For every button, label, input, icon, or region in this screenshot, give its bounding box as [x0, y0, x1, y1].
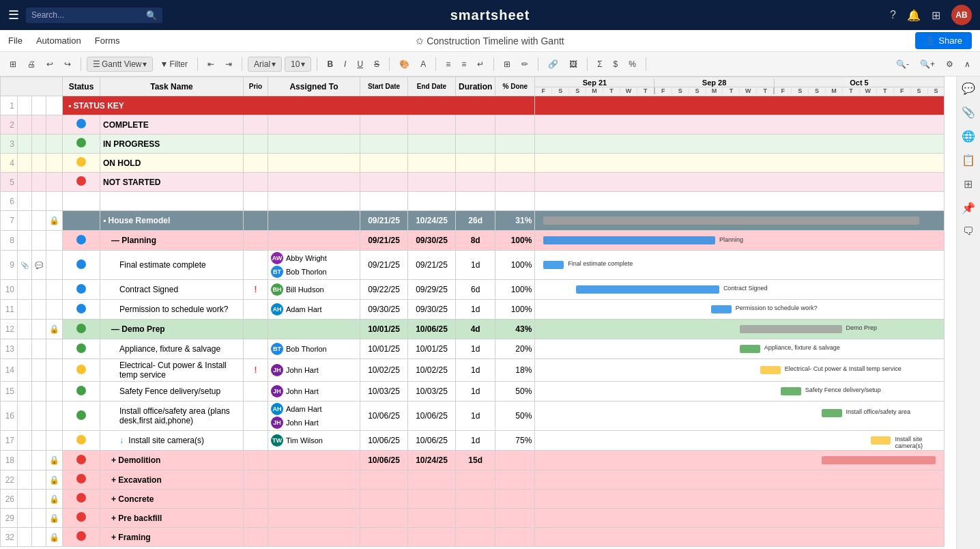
right-panel-attach-icon[interactable]: 📎: [962, 106, 975, 119]
grid-view-btn[interactable]: ⊞: [5, 57, 20, 71]
status-dot: [76, 324, 86, 333]
right-panel-world-icon[interactable]: 🌐: [962, 130, 975, 143]
indent-btn[interactable]: ⇤: [203, 57, 218, 71]
col-header-row: Status Task Name Prio Assigned To Start …: [1, 77, 945, 96]
menu-file[interactable]: File: [8, 36, 23, 46]
comment-cell: [32, 96, 46, 115]
sep3: [242, 57, 242, 71]
gantt-cell-22: [535, 470, 945, 490]
assign-avatar: JH: [271, 385, 283, 397]
table-row: 10 Contract Signed ! BH Bill Hudson 09/2…: [1, 280, 945, 300]
gantt-icon: ☰: [93, 59, 100, 69]
highlight-btn[interactable]: ✏: [517, 57, 532, 71]
share-button[interactable]: 👤 Share: [915, 32, 972, 49]
status-dot: [76, 386, 86, 395]
gantt-cell-15: Safety Fence delivery/setup: [535, 382, 945, 402]
grid-icon[interactable]: ⊞: [932, 9, 940, 22]
strike-btn[interactable]: S: [370, 57, 384, 71]
zoom-in-btn[interactable]: 🔍+: [916, 57, 939, 71]
gantt-cell-11: Permission to schedule work?: [535, 300, 945, 320]
search-icon: 🔍: [146, 10, 157, 20]
outdent-btn[interactable]: ⇥: [221, 57, 236, 71]
table-row: 2 COMPLETE: [1, 115, 945, 135]
top-nav: ☰ 🔍 smartsheet ? 🔔 ⊞ AB: [0, 0, 980, 30]
hamburger-menu[interactable]: ☰: [8, 8, 19, 23]
print-btn[interactable]: 🖨: [23, 57, 40, 71]
font-btn[interactable]: Arial ▾: [248, 57, 282, 72]
assign-avatar: AH: [271, 303, 283, 315]
main-area: Status Task Name Prio Assigned To Start …: [0, 76, 980, 549]
gantt-view-btn[interactable]: ☰ Gantt View ▾: [87, 57, 153, 72]
status-key-cell: ▪ STATUS KEY: [63, 96, 535, 115]
status-dot: [76, 455, 86, 464]
search-box[interactable]: 🔍: [26, 8, 162, 23]
week-sep21: Sep 21: [535, 79, 654, 87]
sheet-area[interactable]: Status Task Name Prio Assigned To Start …: [0, 76, 956, 549]
help-icon[interactable]: ?: [890, 9, 896, 21]
assign-avatar: BH: [271, 283, 283, 296]
table-view-btn[interactable]: ⊞: [500, 57, 515, 71]
right-panel-grid-icon[interactable]: ⊞: [964, 178, 972, 191]
undo-btn[interactable]: ↩: [42, 57, 57, 71]
settings-btn[interactable]: ⚙: [942, 57, 957, 71]
right-panel-comments-icon[interactable]: 💬: [962, 82, 975, 95]
sep5: [389, 57, 390, 71]
menu-forms[interactable]: Forms: [95, 36, 120, 46]
status-dot: [76, 512, 86, 522]
redo-btn[interactable]: ↪: [60, 57, 75, 71]
end-date-header: End Date: [408, 77, 456, 96]
formula-btn[interactable]: Σ: [593, 57, 606, 71]
start-date-header: Start Date: [360, 77, 408, 96]
filter-btn[interactable]: ▼ Filter: [156, 57, 192, 71]
table-row: 29 🔒 + Pre backfill: [1, 509, 945, 528]
gantt-cell-7: [535, 211, 945, 231]
pct-done-header: % Done: [495, 77, 535, 96]
info-cell: [46, 96, 63, 115]
link-btn[interactable]: 🔗: [544, 57, 562, 71]
currency-btn[interactable]: $: [609, 57, 622, 71]
text-color-btn[interactable]: A: [416, 57, 430, 71]
gantt-cell-26: [535, 490, 945, 509]
assign-avatar: JH: [271, 417, 283, 429]
table-row: 16 Install office/safety area (plans des…: [1, 402, 945, 431]
assign-avatar: TW: [271, 434, 283, 447]
avatar[interactable]: AB: [951, 5, 972, 25]
sep9: [587, 57, 588, 71]
filter-icon: ▼: [160, 59, 168, 69]
align-center-btn[interactable]: ≡: [457, 57, 470, 71]
search-input[interactable]: [31, 10, 146, 20]
assign-avatar: BT: [271, 266, 283, 278]
menu-automation[interactable]: Automation: [36, 36, 81, 46]
assign-name: Adam Hart: [286, 305, 322, 313]
assign-chip: AH Adam Hart: [271, 403, 357, 415]
underline-btn[interactable]: U: [353, 57, 367, 71]
bold-btn[interactable]: B: [323, 57, 337, 71]
nav-icons: ? 🔔 ⊞ AB: [890, 5, 972, 25]
right-panel-chat-icon[interactable]: 🗨: [963, 225, 974, 238]
prio-header: Prio: [244, 77, 268, 96]
fill-color-btn[interactable]: 🎨: [395, 57, 414, 71]
align-left-btn[interactable]: ≡: [442, 57, 455, 71]
assign-name: Adam Hart: [286, 405, 322, 413]
gantt-header: Sep 21 Sep 28 Oct 5 F S S M T W T: [535, 77, 945, 96]
wrap-btn[interactable]: ↵: [473, 57, 488, 71]
image-btn[interactable]: 🖼: [565, 57, 581, 71]
right-panel-sheet-icon[interactable]: 📋: [962, 154, 975, 167]
status-dot: [76, 119, 86, 128]
notification-icon[interactable]: 🔔: [907, 9, 921, 22]
table-row: 3 IN PROGRESS: [1, 135, 945, 154]
duration-header: Duration: [456, 77, 495, 96]
gantt-cell-13: Appliance, fixture & salvage: [535, 339, 945, 359]
font-size-btn[interactable]: 10 ▾: [285, 57, 311, 72]
assign-name: Tim Wilson: [286, 436, 323, 445]
right-panel-pin-icon[interactable]: 📌: [962, 201, 975, 214]
status-dot: [76, 284, 86, 294]
gantt-cell-9: Final estimate complete: [535, 251, 945, 280]
sep7: [493, 57, 494, 71]
arrow-down-icon: ↓: [119, 436, 124, 445]
pct-btn[interactable]: %: [624, 57, 640, 71]
assign-chip: AW Abby Wright: [271, 252, 357, 264]
zoom-out-btn[interactable]: 🔍-: [892, 57, 913, 71]
italic-btn[interactable]: I: [340, 57, 350, 71]
collapse-btn[interactable]: ∧: [960, 57, 975, 71]
